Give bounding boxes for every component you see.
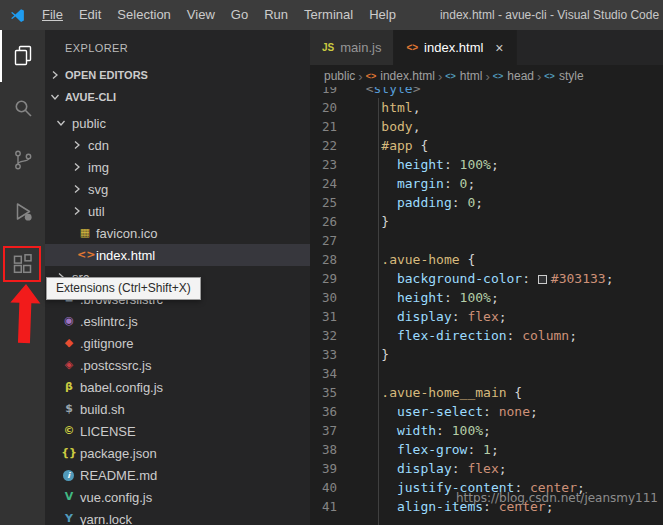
menu-run[interactable]: Run: [256, 0, 296, 30]
code-text: .avue-home__main {: [350, 383, 522, 402]
code-lines: 19 <style>20 html,21 body,22 #app {23 he…: [310, 87, 663, 516]
image-icon: ▦: [77, 225, 93, 241]
file-vue.config.js[interactable]: Vvue.config.js: [45, 486, 310, 508]
line-number: 20: [310, 98, 350, 117]
line-number: 41: [310, 497, 350, 516]
code-line[interactable]: 29 background-color: #303133;: [310, 269, 663, 288]
line-number: 33: [310, 345, 350, 364]
file-label: package.json: [80, 446, 157, 461]
breadcrumb-item-head[interactable]: head: [507, 69, 534, 83]
code-line[interactable]: 23 height: 100%;: [310, 155, 663, 174]
breadcrumb-item-html[interactable]: html: [460, 69, 483, 83]
menu-go[interactable]: Go: [223, 0, 256, 30]
code-line[interactable]: 37 width: 100%;: [310, 421, 663, 440]
vscode-logo-icon: [0, 7, 34, 24]
file-README.md[interactable]: iREADME.md: [45, 464, 310, 486]
code-line[interactable]: 36 user-select: none;: [310, 402, 663, 421]
breadcrumb-item-public[interactable]: public: [324, 69, 355, 83]
activity-explorer[interactable]: [0, 30, 45, 82]
code-line[interactable]: 28 .avue-home {: [310, 250, 663, 269]
file-label: favicon.ico: [96, 226, 157, 241]
license-icon: ©: [61, 423, 77, 439]
menu-file[interactable]: File: [34, 0, 71, 30]
search-icon: [11, 96, 35, 120]
breadcrumb-item-index.html[interactable]: index.html: [380, 69, 435, 83]
code-line[interactable]: 31 display: flex;: [310, 307, 663, 326]
code-text: background-color: #303133;: [350, 269, 613, 288]
chevron-right-icon: [69, 184, 85, 194]
code-text: #app {: [350, 136, 428, 155]
file-.postcssrc.js[interactable]: ◈.postcssrc.js: [45, 354, 310, 376]
code-editor[interactable]: 19 <style>20 html,21 body,22 #app {23 he…: [310, 87, 663, 525]
file-label: .gitignore: [80, 336, 133, 351]
line-number: 19: [310, 87, 350, 98]
line-number: 30: [310, 288, 350, 307]
chevron-separator-icon: ›: [485, 69, 489, 84]
code-line[interactable]: 32 flex-direction: column;: [310, 326, 663, 345]
folder-svg[interactable]: svg: [45, 178, 310, 200]
symbol-icon: <>: [445, 71, 456, 81]
file-label: public: [72, 116, 106, 131]
folder-public[interactable]: public: [45, 112, 310, 134]
code-line[interactable]: 21 body,: [310, 117, 663, 136]
folder-util[interactable]: util: [45, 200, 310, 222]
file-.eslintrc.js[interactable]: ◉.eslintrc.js: [45, 310, 310, 332]
code-line[interactable]: 39 display: flex;: [310, 459, 663, 478]
code-line[interactable]: 22 #app {: [310, 136, 663, 155]
line-number: 27: [310, 231, 350, 250]
chevron-right-icon: [69, 140, 85, 150]
file-.gitignore[interactable]: ◆.gitignore: [45, 332, 310, 354]
code-line[interactable]: 24 margin: 0;: [310, 174, 663, 193]
code-line[interactable]: 33 }: [310, 345, 663, 364]
file-label: util: [88, 204, 105, 219]
code-text: padding: 0;: [350, 193, 483, 212]
code-line[interactable]: 25 padding: 0;: [310, 193, 663, 212]
vscode-window: FileEditSelectionViewGoRunTerminalHelp i…: [0, 0, 663, 525]
code-line[interactable]: 27: [310, 231, 663, 250]
title-bar: FileEditSelectionViewGoRunTerminalHelp i…: [0, 0, 663, 30]
activity-run-debug[interactable]: [0, 186, 45, 238]
tab-main.js[interactable]: JSmain.js: [310, 30, 394, 65]
chevron-right-icon: [69, 162, 85, 172]
symbol-icon: <>: [544, 71, 555, 81]
code-line[interactable]: 35 .avue-home__main {: [310, 383, 663, 402]
code-line[interactable]: 34: [310, 364, 663, 383]
code-line[interactable]: 38 flex-grow: 1;: [310, 440, 663, 459]
file-build.sh[interactable]: $build.sh: [45, 398, 310, 420]
code-line[interactable]: 19 <style>: [310, 87, 663, 98]
line-number: 38: [310, 440, 350, 459]
folder-img[interactable]: img: [45, 156, 310, 178]
code-line[interactable]: 30 height: 100%;: [310, 288, 663, 307]
files-icon: [11, 44, 35, 68]
color-swatch[interactable]: [538, 275, 547, 284]
menu-edit[interactable]: Edit: [71, 0, 109, 30]
close-icon[interactable]: ×: [495, 40, 503, 56]
run-debug-icon: [11, 200, 35, 224]
menu-help[interactable]: Help: [361, 0, 404, 30]
breadcrumb[interactable]: public›<>index.html›<>html›<>head›<>styl…: [310, 65, 663, 87]
project-header[interactable]: AVUE-CLI: [45, 86, 310, 108]
code-text: margin: 0;: [350, 174, 475, 193]
activity-search[interactable]: [0, 82, 45, 134]
code-line[interactable]: 20 html,: [310, 98, 663, 117]
file-yarn.lock[interactable]: Yyarn.lock: [45, 508, 310, 525]
code-line[interactable]: 26 }: [310, 212, 663, 231]
section-label: OPEN EDITORS: [65, 69, 148, 81]
menu-terminal[interactable]: Terminal: [296, 0, 361, 30]
folder-cdn[interactable]: cdn: [45, 134, 310, 156]
file-favicon.ico[interactable]: ▦favicon.ico: [45, 222, 310, 244]
breadcrumb-item-style[interactable]: style: [559, 69, 584, 83]
menu-view[interactable]: View: [179, 0, 223, 30]
menu-selection[interactable]: Selection: [109, 0, 178, 30]
open-editors-header[interactable]: OPEN EDITORS: [45, 64, 310, 86]
file-LICENSE[interactable]: ©LICENSE: [45, 420, 310, 442]
activity-source-control[interactable]: [0, 134, 45, 186]
file-package.json[interactable]: {}package.json: [45, 442, 310, 464]
code-text: }: [350, 212, 389, 231]
file-index.html[interactable]: <>index.html: [45, 244, 310, 266]
indent-guide: [378, 98, 379, 525]
file-babel.config.js[interactable]: βbabel.config.js: [45, 376, 310, 398]
line-number: 39: [310, 459, 350, 478]
sidebar-title: EXPLORER: [45, 30, 310, 64]
tab-index.html[interactable]: <>index.html×: [394, 30, 516, 65]
